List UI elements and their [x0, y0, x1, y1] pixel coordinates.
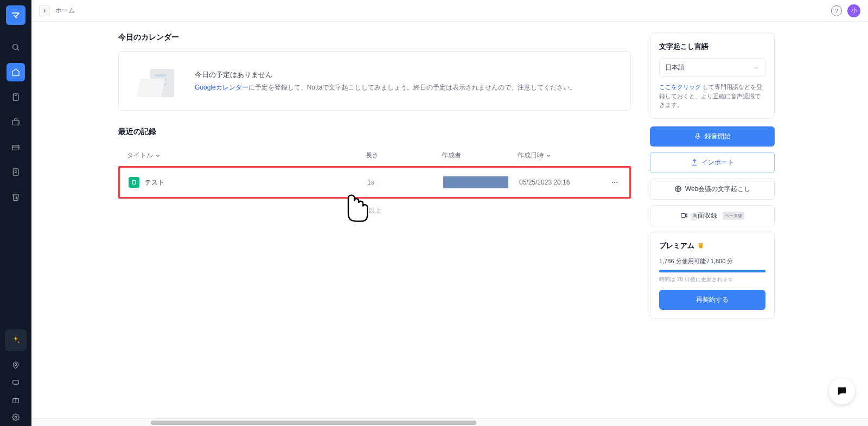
trash-icon — [11, 193, 20, 201]
premium-title-text: プレミアム — [659, 241, 694, 251]
sidebar-document[interactable] — [7, 163, 25, 181]
layers-icon — [11, 143, 20, 151]
language-select[interactable]: 日本語 — [659, 58, 765, 77]
help-button[interactable]: ? — [831, 5, 842, 16]
breadcrumb: ホーム — [55, 6, 75, 15]
sparkle-icon — [11, 335, 21, 345]
premium-usage: 1,786 分使用可能 / 1,800 分 — [659, 257, 765, 265]
header-title[interactable]: タイトル — [127, 151, 366, 160]
video-icon — [680, 212, 688, 219]
search-icon — [11, 43, 20, 52]
premium-progress — [659, 270, 765, 272]
header-date[interactable]: 作成日時 — [518, 151, 610, 160]
import-button[interactable]: インポート — [650, 152, 775, 173]
svg-line-1 — [17, 49, 19, 50]
records-section-title: 最近の記録 — [118, 127, 631, 137]
calendar-illustration — [135, 65, 178, 97]
svg-rect-18 — [681, 214, 686, 218]
crown-icon: ♛ — [698, 241, 704, 250]
premium-refresh: 時間は 28 日後に更新されます — [659, 276, 765, 283]
sidebar-pin[interactable] — [7, 358, 25, 373]
chat-support-button[interactable] — [829, 378, 855, 404]
language-selected: 日本語 — [665, 63, 685, 72]
sidebar-chat[interactable] — [7, 375, 25, 390]
sidebar-trash[interactable] — [7, 188, 25, 206]
renew-button[interactable]: 再契約する — [659, 290, 765, 310]
web-meeting-button[interactable]: Web会議の文字起こし — [650, 179, 775, 200]
premium-title: プレミアム ♛ — [659, 241, 765, 251]
svg-marker-19 — [685, 214, 687, 217]
google-calendar-link[interactable]: Googleカレンダー — [195, 84, 248, 91]
mic-icon — [694, 132, 701, 140]
calendar-section-title: 今日のカレンダー — [118, 33, 631, 42]
user-avatar[interactable]: 小 — [847, 4, 860, 17]
sidebar-ai-button[interactable] — [5, 329, 27, 351]
header-title-label: タイトル — [127, 151, 153, 160]
svg-point-14 — [15, 416, 17, 418]
svg-point-0 — [13, 44, 18, 49]
language-hint-link[interactable]: ここをクリック — [659, 84, 701, 90]
sidebar-home[interactable] — [7, 63, 25, 81]
sidebar-gift[interactable] — [7, 392, 25, 408]
sidebar-search[interactable] — [7, 38, 25, 56]
calendar-empty-card: 今日の予定はありません Googleカレンダーに予定を登録して、Nottaで文字… — [118, 51, 631, 111]
pin-icon — [12, 361, 20, 369]
sidebar: マ — [0, 0, 31, 426]
calendar-no-event-text: 今日の予定はありません — [195, 70, 576, 80]
language-hint: ここをクリック して専門用語などを登録しておくと、より正確に音声認識できます。 — [659, 82, 765, 110]
sidebar-bookmark[interactable] — [7, 88, 25, 106]
sidebar-settings[interactable] — [7, 410, 25, 425]
svg-rect-2 — [13, 94, 18, 100]
record-type-badge — [129, 177, 139, 188]
gift-icon — [12, 396, 20, 404]
calendar-desc-rest: に予定を登録して、Nottaで文字起こししてみましょう。終日の予定は表示されませ… — [248, 84, 577, 91]
document-icon — [11, 168, 20, 176]
author-redacted — [443, 176, 508, 188]
chevron-down-icon — [155, 153, 161, 158]
chat-icon — [12, 379, 20, 386]
sidebar-briefcase[interactable] — [7, 113, 25, 131]
upload-icon — [691, 158, 698, 166]
speech-bubble-icon — [836, 385, 848, 397]
svg-rect-16 — [697, 133, 699, 137]
scrollbar-thumb[interactable] — [151, 421, 476, 425]
briefcase-icon — [11, 118, 20, 126]
records-table-header: タイトル 長さ 作成者 作成日時 — [118, 145, 631, 166]
right-sidebar: 文字起こし言語 日本語 ここをクリック して専門用語などを登録しておくと、より正… — [650, 33, 775, 426]
record-length: 1s — [367, 179, 443, 186]
app-logo[interactable]: マ — [6, 5, 25, 25]
svg-rect-4 — [12, 120, 19, 125]
main-content: 今日のカレンダー 今日の予定はありません Googleカレンダーに予定を登録して… — [118, 33, 631, 426]
screen-record-button-label: 画面収録 — [691, 211, 717, 220]
record-button[interactable]: 録音開始 — [650, 126, 775, 147]
bookmark-icon — [11, 93, 20, 101]
record-more-button[interactable]: ··· — [611, 179, 633, 186]
language-panel: 文字起こし言語 日本語 ここをクリック して専門用語などを登録しておくと、より正… — [650, 33, 775, 119]
home-icon — [11, 68, 20, 77]
records-end-text: 以上 — [118, 199, 631, 223]
header-length: 長さ — [366, 151, 442, 160]
globe-icon — [674, 185, 682, 193]
note-icon — [131, 180, 137, 185]
sidebar-layers[interactable] — [7, 138, 25, 156]
chevron-down-icon — [753, 65, 760, 71]
calendar-desc: Googleカレンダーに予定を登録して、Nottaで文字起こししてみましょう。終… — [195, 83, 576, 92]
horizontal-scrollbar[interactable] — [31, 418, 868, 426]
collapse-sidebar-button[interactable] — [39, 5, 50, 16]
header-author: 作成者 — [442, 151, 518, 160]
svg-rect-11 — [13, 380, 19, 384]
web-meeting-button-label: Web会議の文字起こし — [685, 185, 750, 194]
record-row[interactable]: テスト 1s 05/25/2023 20:16 ··· — [118, 166, 631, 199]
svg-rect-15 — [132, 181, 136, 185]
svg-rect-5 — [12, 145, 19, 150]
screen-record-button[interactable]: 画面収録 ベータ版 — [650, 205, 775, 226]
record-date: 05/25/2023 20:16 — [519, 179, 611, 186]
renew-button-label: 再契約する — [696, 295, 729, 304]
chevron-right-icon — [42, 8, 47, 14]
import-button-label: インポート — [701, 158, 734, 167]
settings-icon — [12, 414, 20, 421]
topbar: ホーム ? 小 — [31, 0, 868, 22]
language-panel-title: 文字起こし言語 — [659, 42, 765, 52]
record-title: テスト — [145, 178, 164, 187]
svg-point-10 — [15, 364, 17, 366]
